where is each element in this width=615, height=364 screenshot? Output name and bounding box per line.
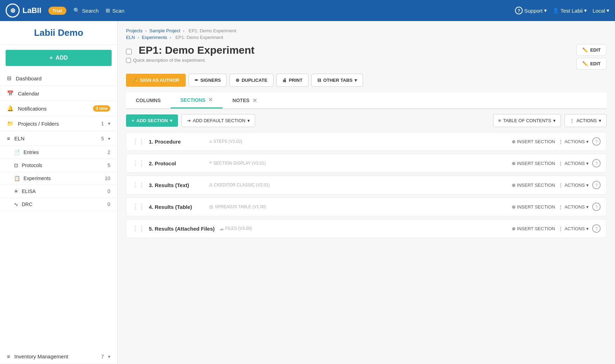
breadcrumb-eln-link[interactable]: ELN — [126, 35, 135, 40]
sidebar-item-notifications[interactable]: 🔔 Notifications 3 new — [0, 101, 117, 116]
table-of-contents-button[interactable]: ≡ TABLE OF CONTENTS ▾ — [493, 114, 561, 127]
section-row-actions-button[interactable]: ⋮ ACTIONS ▾ — [558, 226, 589, 231]
help-button[interactable]: ? — [592, 137, 601, 146]
section-row-actions-button[interactable]: ⋮ ACTIONS ▾ — [558, 161, 589, 166]
tab-notes[interactable]: NOTES ✕ — [223, 92, 266, 108]
sidebar-item-label: Dashboard — [16, 75, 110, 81]
bell-icon: 🔔 — [7, 105, 14, 112]
section-type: ❝ SECTION DISPLAY (V3.01) — [209, 160, 266, 166]
subtitle-checkbox[interactable] — [126, 58, 131, 63]
add-default-icon: ⇥ — [187, 118, 191, 123]
section-name: 3. Results (Text) — [149, 182, 205, 188]
sidebar-item-protocols[interactable]: ⊡ Protocols 5 — [0, 159, 117, 172]
add-section-button[interactable]: + ADD SECTION ▾ — [126, 114, 178, 127]
sign-icon: ✍ — [132, 78, 138, 83]
toc-chevron-icon: ▾ — [553, 118, 556, 123]
insert-section-button[interactable]: ⊕ INSERT SECTION — [512, 161, 555, 166]
drc-count: 0 — [107, 201, 110, 207]
insert-section-button[interactable]: ⊕ INSERT SECTION — [512, 139, 555, 144]
circle-plus-icon: ⊕ — [512, 183, 516, 188]
tab-sections-close-icon[interactable]: ✕ — [208, 97, 213, 103]
sidebar-item-projects[interactable]: 📁 Projects / Folders 1 ▾ — [0, 116, 117, 131]
insert-section-button[interactable]: ⊕ INSERT SECTION — [512, 226, 555, 231]
scan-button[interactable]: ⊞ Scan — [106, 7, 124, 14]
add-default-section-button[interactable]: ⇥ ADD DEFAULT SECTION ▾ — [181, 114, 255, 127]
print-button[interactable]: 🖨 PRINT — [276, 74, 309, 87]
circle-plus-icon: ⊕ — [512, 226, 516, 231]
support-button[interactable]: ? Support ▾ — [515, 7, 547, 14]
sidebar-item-experiments[interactable]: 📋 Experiments 10 — [0, 172, 117, 185]
tab-sections-label: SECTIONS — [180, 97, 206, 103]
section-toolbar: + ADD SECTION ▾ ⇥ ADD DEFAULT SECTION ▾ … — [126, 109, 607, 132]
title-checkbox[interactable] — [126, 49, 132, 54]
help-button[interactable]: ? — [592, 181, 601, 189]
edit-button-1[interactable]: ✏️ EDIT — [576, 44, 607, 56]
breadcrumb-sample-project-link[interactable]: Sample Project — [150, 28, 180, 33]
support-chevron-icon: ▾ — [544, 7, 547, 14]
search-button[interactable]: 🔍 Search — [73, 7, 99, 14]
row-dots-icon: ⋮ — [558, 204, 563, 210]
help-button[interactable]: ? — [592, 159, 601, 167]
user-menu-button[interactable]: 👤 Test Labii ▾ — [553, 7, 587, 14]
help-button[interactable]: ? — [592, 224, 601, 233]
sign-as-author-button[interactable]: ✍ SIGN AS AUTHOR — [126, 74, 186, 87]
section-actions: ⊕ INSERT SECTION ⋮ ACTIONS ▾ ? — [512, 159, 601, 167]
tab-columns[interactable]: COLUMNS — [126, 92, 171, 108]
sidebar-item-drc[interactable]: ∿ DRC 0 — [0, 198, 117, 211]
sidebar-sub-label: Entries — [24, 150, 104, 155]
add-section-plus-icon: + — [132, 118, 134, 123]
actions-dots-icon: ⋮ — [570, 118, 574, 123]
print-icon: 🖨 — [282, 78, 287, 83]
sections-list: ⋮⋮ 1. Procedure ≡ STEPS (V3.02) ⊕ INSERT… — [126, 132, 607, 238]
sidebar-item-entries[interactable]: 📄 Entries 2 — [0, 146, 117, 159]
add-button[interactable]: + ADD — [6, 50, 112, 66]
tab-notes-close-icon[interactable]: ✕ — [252, 97, 257, 104]
sidebar-item-label: Notifications — [18, 106, 89, 112]
locale-button[interactable]: Local ▾ — [593, 7, 609, 14]
sidebar-title: Labii Demo — [0, 21, 117, 45]
logo[interactable]: ⊛ LaBII — [6, 4, 41, 18]
toc-icon: ≡ — [498, 118, 501, 123]
sidebar-item-calendar[interactable]: 📅 Calendar — [0, 86, 117, 101]
tab-columns-label: COLUMNS — [136, 98, 161, 103]
main-content: Projects › Sample Project › EP1: Demo Ex… — [118, 21, 615, 364]
edit-button-2[interactable]: ✏️ EDIT — [576, 58, 607, 70]
breadcrumb-experiments-link[interactable]: Experiments — [142, 35, 167, 40]
breadcrumb-line1: Projects › Sample Project › EP1: Demo Ex… — [126, 28, 607, 33]
add-section-chevron-icon: ▾ — [170, 118, 172, 123]
sidebar-item-elisa[interactable]: ✳ ELISA 0 — [0, 185, 117, 198]
row-dots-icon: ⋮ — [558, 226, 563, 231]
add-default-chevron-icon: ▾ — [247, 118, 250, 123]
locale-chevron-icon: ▾ — [607, 7, 609, 14]
calendar-icon: 📅 — [7, 90, 14, 97]
insert-section-button[interactable]: ⊕ INSERT SECTION — [512, 183, 555, 188]
drag-handle-icon[interactable]: ⋮⋮ — [132, 225, 145, 232]
section-row-actions-button[interactable]: ⋮ ACTIONS ▾ — [558, 183, 589, 188]
logo-icon: ⊛ — [6, 4, 20, 18]
sidebar-item-inventory[interactable]: ≡ Inventory Management 7 ▾ — [0, 349, 117, 364]
table-row: ⋮⋮ 1. Procedure ≡ STEPS (V3.02) ⊕ INSERT… — [126, 132, 607, 151]
section-row-actions-button[interactable]: ⋮ ACTIONS ▾ — [558, 204, 589, 210]
drag-handle-icon[interactable]: ⋮⋮ — [132, 159, 145, 167]
actions-main-button[interactable]: ⋮ ACTIONS ▾ — [564, 114, 607, 127]
drag-handle-icon[interactable]: ⋮⋮ — [132, 138, 145, 145]
section-row-actions-button[interactable]: ⋮ ACTIONS ▾ — [558, 139, 589, 144]
projects-count: 1 — [101, 121, 104, 126]
signers-icon: ✒ — [194, 78, 198, 83]
breadcrumb-experiment-current: EP1: Demo Experiment — [189, 28, 236, 33]
tab-sections[interactable]: SECTIONS ✕ — [171, 92, 223, 108]
insert-section-button[interactable]: ⊕ INSERT SECTION — [512, 204, 555, 210]
sidebar-item-label: ELN — [14, 135, 97, 141]
notifications-badge: 3 new — [93, 105, 110, 112]
text-icon: A — [209, 182, 212, 188]
other-tabs-button[interactable]: ⊟ OTHER TABS ▾ — [311, 74, 363, 87]
sidebar-item-dashboard[interactable]: ⊟ Dashboard — [0, 71, 117, 86]
drag-handle-icon[interactable]: ⋮⋮ — [132, 181, 145, 189]
duplicate-button[interactable]: ⊚ DUPLICATE — [230, 74, 273, 87]
breadcrumb-projects-link[interactable]: Projects — [126, 28, 143, 33]
signers-button[interactable]: ✒ SIGNERS — [189, 74, 227, 87]
sidebar-item-eln[interactable]: ≡ ELN 5 ▾ — [0, 131, 117, 146]
drag-handle-icon[interactable]: ⋮⋮ — [132, 203, 145, 211]
help-button[interactable]: ? — [592, 203, 601, 211]
breadcrumb-ep1-current: EP1: Demo Experiment — [176, 35, 223, 40]
